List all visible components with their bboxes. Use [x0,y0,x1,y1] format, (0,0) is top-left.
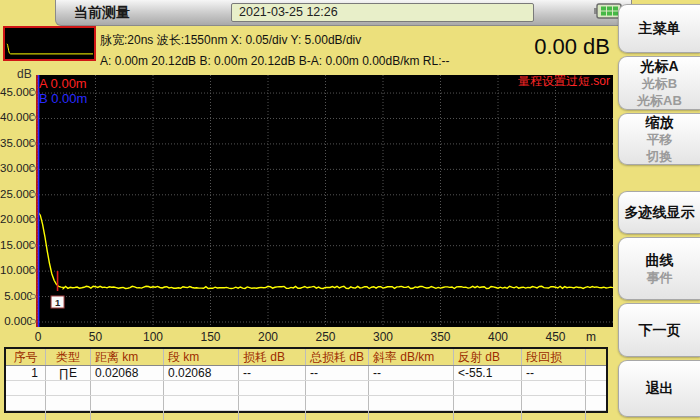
datetime-display: 2021-03-25 12:26 [231,3,534,22]
cursor-readout-text: A: 0.00m 20.12dB B: 0.00m 20.12dB B-A: 0… [100,54,450,68]
softkey-label: 切换 [647,148,673,165]
event-table-header-cell: 斜率 dB/km [369,349,454,365]
range-warning-text: 量程设置过短.sor [518,73,610,90]
event-table-cell: <-55.1 [454,366,522,380]
softkey-label: 多迹线显示 [625,204,695,221]
event-table-cell: -- [522,366,586,380]
event-table-cell [306,411,369,420]
x-axis-unit-label: m [586,330,608,344]
cursor-a-label: A 0.00m [39,76,87,91]
event-table-cell [164,411,239,420]
softkey-label: 光标AB [637,92,682,109]
event-table-cell [239,396,306,410]
event-table-cell [586,396,606,410]
event-table-cell [306,396,369,410]
event-table-header-cell: 距离 km [91,349,164,365]
y-tick-notch [30,166,36,171]
event-table-row[interactable] [6,396,606,411]
page-title: 当前测量 [74,4,130,22]
loss-value-display: 0.00 dB [420,34,610,60]
y-tick-label: 20.000 [0,213,33,225]
y-tick-notch [30,319,36,324]
y-tick-notch [30,192,36,197]
x-tick-label: 250 [304,330,348,344]
x-tick-label: 200 [246,330,290,344]
otdr-trace-chart[interactable]: 1 A 0.00m B 0.00m 量程设置过短.sor [36,75,613,327]
softkey-label: 下一页 [639,322,681,339]
y-tick-notch [30,141,36,146]
softkey-label: 光标A [640,58,678,75]
event-table-header-cell: 段 km [164,349,239,365]
event-table-cell: ∏E [46,366,91,380]
x-tick-label: 150 [189,330,233,344]
event-table-cell [586,366,606,380]
event-table-header-cell: 类型 [46,349,91,365]
softkey-main-menu[interactable]: 主菜单 [618,4,700,53]
event-table-cell [91,381,164,395]
softkey-label: 主菜单 [639,20,681,37]
softkey-label: 光标B [642,75,677,92]
y-tick-notch [30,294,36,299]
trace-overview-thumbnail [3,26,96,61]
event-table-cell [46,411,91,420]
softkey-zoom[interactable]: 缩放平移切换 [618,113,700,165]
event-table-header-cell: 总损耗 dB [306,349,369,365]
event-table-cell: -- [369,366,454,380]
event-table-cell: -- [239,366,306,380]
y-tick-label: 25.000 [0,188,33,200]
event-table-cell [46,381,91,395]
y-tick-label: 45.000 [0,86,33,98]
event-table-cell [454,396,522,410]
event-table-header-cell: 反射 dB [454,349,522,365]
event-table-row[interactable] [6,381,606,396]
event-table-cell [522,396,586,410]
event-table-cell [522,381,586,395]
y-tick-notch [30,90,36,95]
event-table-cell [239,411,306,420]
y-tick-label: 10.000 [0,264,33,276]
x-tick-label: 0 [16,330,60,344]
softkey-label: 事件 [647,269,673,286]
event-table-cell: 1 [6,366,46,380]
event-table-cell [164,381,239,395]
event-table-cell [369,381,454,395]
softkey-next-page[interactable]: 下一页 [618,303,700,357]
cursor-b-label: B 0.00m [39,91,87,106]
event-table-cell [164,396,239,410]
event-table-cell [522,411,586,420]
x-tick-label: 400 [476,330,520,344]
softkey-label: 缩放 [646,114,674,131]
event-table-cell: 0.02068 [91,366,164,380]
softkey-label: 退出 [646,380,674,397]
event-table-cell [454,411,522,420]
y-tick-label: 15.000 [0,239,33,251]
softkey-label: 曲线 [646,252,674,269]
event-table-row[interactable] [6,411,606,420]
x-tick-label: 50 [74,330,118,344]
softkey-multi-trace[interactable]: 多迹线显示 [618,191,700,234]
y-tick-label: 5.000 [0,290,33,302]
event-table-cell [454,381,522,395]
y-tick-notch [30,217,36,222]
event-table-cell [91,396,164,410]
otdr-trace [38,212,613,288]
event-table-cell [6,396,46,410]
event-table-header-cell: 损耗 dB [239,349,306,365]
y-tick-notch [30,268,36,273]
softkey-cursor[interactable]: 光标A光标B光标AB [618,56,700,110]
x-tick-label: 300 [361,330,405,344]
event-table-cell [91,411,164,420]
event-table-row[interactable]: 1∏E0.020680.02068------<-55.1-- [6,366,606,381]
event-table-cell [6,381,46,395]
event-table: 序号类型距离 km段 km损耗 dB总损耗 dB斜率 dB/km反射 dB段回损… [4,347,608,413]
softkey-label: 平移 [647,131,673,148]
y-axis-unit-label: dB [17,67,32,81]
event-table-header-cell [586,349,606,365]
event-table-cell [6,411,46,420]
event-table-header-cell: 序号 [6,349,46,365]
y-tick-label: 0.000 [0,315,33,327]
y-tick-label: 30.000 [0,162,33,174]
softkey-exit[interactable]: 退出 [618,360,700,417]
x-tick-label: 100 [131,330,175,344]
softkey-curve-event[interactable]: 曲线事件 [618,237,700,300]
